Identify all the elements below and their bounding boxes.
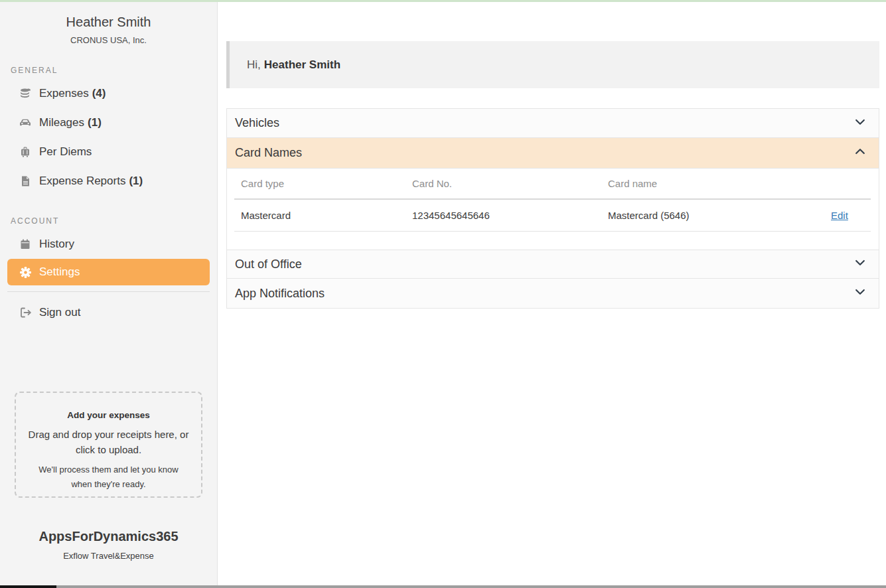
greeting-user-name: Heather Smith [264, 58, 340, 72]
app-brand: AppsForDynamics365 [0, 529, 217, 544]
upload-dropzone[interactable]: Add your expenses Drag and drop your rec… [15, 392, 202, 498]
horizontal-scrollbar-thumb[interactable] [0, 585, 56, 588]
accordion-header-card-names[interactable]: Card Names [227, 138, 879, 169]
greeting-prefix: Hi, [247, 58, 261, 72]
cell-card-type: Mastercard [234, 210, 406, 221]
sidebar-item-label: Expenses [39, 87, 89, 100]
car-icon [19, 116, 32, 129]
chevron-up-icon [853, 145, 867, 161]
expenses-count-badge: (4) [92, 87, 106, 100]
calendar-icon [19, 238, 32, 251]
sidebar-item-expenses[interactable]: Expenses (4) [0, 79, 217, 108]
accordion-header-vehicles[interactable]: Vehicles [227, 109, 879, 138]
user-block: Heather Smith CRONUS USA, Inc. [0, 0, 217, 45]
sidebar-item-label: Settings [39, 265, 80, 279]
sidebar-item-label: History [39, 238, 74, 251]
user-name: Heather Smith [0, 15, 217, 30]
sidebar-item-history[interactable]: History [0, 230, 217, 259]
sidebar-item-label: Sign out [39, 306, 80, 319]
sidebar-item-mileages[interactable]: Mileages (1) [0, 108, 217, 137]
upload-instructions: Drag and drop your receipts here, or cli… [28, 427, 189, 457]
greeting-banner: Hi, Heather Smith [226, 41, 879, 88]
luggage-icon [19, 145, 32, 159]
sidebar-footer: AppsForDynamics365 Exflow Travel&Expense [0, 529, 217, 561]
chevron-down-icon [853, 285, 867, 302]
accordion-header-app-notifications[interactable]: App Notifications [227, 279, 879, 309]
app-product-name: Exflow Travel&Expense [0, 551, 217, 561]
horizontal-scrollbar[interactable] [0, 585, 886, 588]
chevron-down-icon [853, 115, 867, 131]
column-header-card-name: Card name [601, 178, 824, 189]
expense-reports-count-badge: (1) [129, 175, 143, 188]
top-accent-strip [0, 0, 886, 2]
cell-card-name: Mastercard (5646) [601, 210, 824, 221]
accordion-label: Out of Office [235, 257, 302, 271]
sidebar-item-per-diems[interactable]: Per Diems [0, 137, 217, 167]
main-content: Hi, Heather Smith Vehicles Card Names Ca… [218, 0, 886, 588]
column-header-card-type: Card type [234, 178, 406, 189]
accordion-header-out-of-office[interactable]: Out of Office [227, 250, 879, 279]
sidebar-item-label: Per Diems [39, 145, 92, 159]
coins-icon [19, 87, 32, 100]
sidebar-item-settings[interactable]: Settings [7, 259, 210, 285]
sidebar-item-label: Mileages [39, 116, 84, 129]
sidebar-item-label: Expense Reports [39, 175, 125, 188]
upload-title: Add your expenses [28, 410, 189, 420]
edit-link[interactable]: Edit [831, 210, 848, 221]
section-label-account: ACCOUNT [11, 216, 217, 226]
sign-out-icon [19, 306, 32, 319]
cell-card-no: 12345645645646 [406, 210, 601, 221]
sidebar-divider [7, 291, 210, 292]
section-label-general: GENERAL [11, 66, 217, 75]
accordion-label: Vehicles [235, 116, 279, 130]
chevron-down-icon [853, 256, 867, 273]
user-company: CRONUS USA, Inc. [0, 35, 217, 45]
sidebar-item-sign-out[interactable]: Sign out [0, 298, 217, 327]
upload-note: We'll process them and let you know when… [28, 463, 189, 492]
sidebar-item-expense-reports[interactable]: Expense Reports (1) [0, 167, 217, 196]
accordion-label: Card Names [235, 146, 302, 160]
mileages-count-badge: (1) [88, 116, 102, 129]
card-table-header-row: Card type Card No. Card name [234, 169, 871, 200]
card-names-panel: Card type Card No. Card name Mastercard … [227, 169, 879, 250]
card-table: Card type Card No. Card name Mastercard … [234, 169, 871, 232]
settings-accordion: Vehicles Card Names Card type Card No. C… [226, 108, 879, 309]
accordion-label: App Notifications [235, 287, 325, 301]
sidebar: Heather Smith CRONUS USA, Inc. GENERAL E… [0, 0, 218, 588]
column-header-card-no: Card No. [406, 178, 601, 189]
gear-icon [19, 265, 32, 279]
document-icon [19, 175, 32, 188]
table-row: Mastercard 12345645645646 Mastercard (56… [234, 200, 871, 232]
